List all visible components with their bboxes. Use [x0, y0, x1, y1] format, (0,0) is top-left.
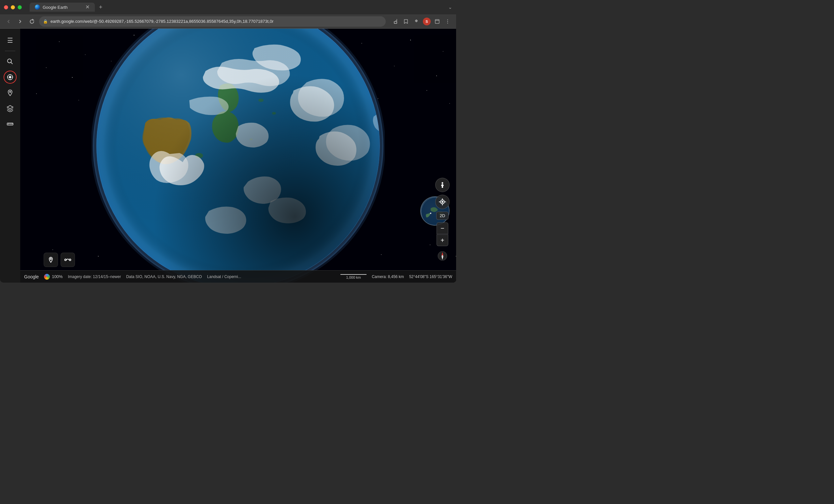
svg-point-32 — [436, 75, 437, 76]
location-pin-button[interactable] — [44, 253, 58, 267]
svg-point-70 — [442, 201, 443, 203]
share-button[interactable] — [391, 17, 400, 26]
imagery-attribution: Landsat / Coperni... — [207, 274, 241, 279]
title-bar: Google Earth ✕ + ⌄ — [0, 0, 456, 14]
svg-rect-2 — [435, 20, 439, 23]
traffic-lights — [4, 5, 22, 9]
scale-line — [341, 274, 367, 275]
search-icon-button[interactable] — [4, 55, 17, 68]
svg-point-42 — [449, 103, 449, 104]
svg-point-9 — [10, 77, 11, 78]
nav-bar: 🔒 earth.google.com/web/@-50.49269287,-16… — [0, 14, 456, 29]
loading-indicator: 100% — [44, 274, 63, 280]
extensions-button[interactable] — [412, 17, 421, 26]
svg-point-23 — [46, 67, 46, 68]
compass-button[interactable] — [435, 249, 449, 263]
window-chevron[interactable]: ⌄ — [448, 4, 452, 10]
tab-favicon — [35, 4, 40, 10]
svg-point-4 — [447, 21, 448, 22]
svg-point-68 — [442, 182, 443, 184]
camera-info: Camera: 8,456 km — [372, 274, 404, 279]
window-button[interactable] — [433, 17, 442, 26]
main-area: ☰ — [0, 29, 456, 282]
address-bar[interactable]: 🔒 earth.google.com/web/@-50.49269287,-16… — [39, 16, 386, 27]
svg-rect-1 — [394, 22, 397, 23]
bookmark-button[interactable] — [401, 17, 411, 26]
map-area[interactable]: 2D − + — [20, 29, 456, 282]
url-text: earth.google.com/web/@-50.49269287,-165.… — [50, 19, 382, 24]
svg-point-65 — [50, 258, 51, 259]
earth-view — [20, 29, 456, 282]
bottom-toolbar — [44, 253, 75, 267]
right-controls: 2D − + — [435, 178, 449, 263]
nav-actions: S — [391, 17, 452, 26]
sidebar: ☰ — [0, 29, 20, 282]
measure-icon-button[interactable] — [4, 117, 17, 131]
tab-close-button[interactable]: ✕ — [85, 4, 90, 10]
svg-point-24 — [72, 77, 73, 78]
loading-spinner — [44, 274, 50, 280]
loading-percent: 100% — [52, 274, 63, 279]
browser-window: Google Earth ✕ + ⌄ 🔒 earth.google.com/we… — [0, 0, 456, 282]
new-tab-button[interactable]: + — [96, 3, 105, 12]
zoom-plus-button[interactable]: + — [437, 234, 448, 246]
svg-point-3 — [447, 19, 448, 20]
minimize-button[interactable] — [11, 5, 15, 9]
earth-globe — [91, 29, 385, 282]
zoom-minus-button[interactable]: − — [437, 222, 448, 234]
locate-button[interactable] — [435, 195, 449, 209]
svg-marker-0 — [32, 19, 34, 20]
scale-label: 1,000 km — [346, 275, 361, 279]
view-2d-button[interactable]: 2D — [436, 212, 449, 220]
lock-icon: 🔒 — [43, 19, 48, 24]
voyager-icon-button[interactable] — [4, 71, 17, 84]
status-bar: Google 100% Imagery date: 12/14/15–newer… — [20, 270, 456, 282]
svg-point-14 — [85, 54, 85, 55]
svg-point-33 — [36, 93, 37, 94]
svg-point-34 — [79, 100, 79, 100]
tab-bar: Google Earth ✕ + ⌄ — [30, 3, 452, 12]
svg-point-43 — [52, 249, 53, 250]
google-label: Google — [24, 274, 39, 279]
route-button[interactable] — [61, 253, 75, 267]
close-button[interactable] — [4, 5, 8, 9]
layers-icon-button[interactable] — [4, 102, 17, 115]
coordinates: 52°44'08"S 165°31'36"W — [409, 274, 452, 279]
svg-point-41 — [426, 90, 427, 91]
scale-indicator: 1,000 km — [341, 274, 367, 279]
svg-point-13 — [59, 41, 60, 42]
svg-point-22 — [443, 51, 443, 51]
places-icon-button[interactable] — [4, 86, 17, 99]
active-tab[interactable]: Google Earth ✕ — [30, 3, 95, 12]
sidebar-menu-button[interactable]: ☰ — [4, 34, 17, 47]
forward-button[interactable] — [16, 17, 25, 26]
svg-point-31 — [394, 66, 395, 66]
svg-point-10 — [9, 91, 11, 92]
avatar: S — [423, 18, 431, 25]
profile-button[interactable]: S — [422, 17, 431, 26]
svg-point-74 — [442, 255, 443, 256]
tab-title-label: Google Earth — [43, 5, 83, 10]
scale-bar: 1,000 km — [341, 274, 367, 279]
svg-point-62 — [96, 29, 380, 282]
svg-point-21 — [410, 40, 411, 40]
svg-point-5 — [447, 22, 448, 23]
street-view-button[interactable] — [435, 178, 449, 192]
maximize-button[interactable] — [18, 5, 22, 9]
sidebar-divider-1 — [5, 51, 15, 51]
menu-button[interactable] — [443, 17, 452, 26]
imagery-date: Imagery date: 12/14/15–newer — [68, 274, 121, 279]
refresh-button[interactable] — [27, 17, 37, 26]
zoom-controls: − + — [437, 222, 448, 246]
data-attribution: Data SIO, NOAA, U.S. Navy, NGA, GEBCO — [126, 274, 202, 279]
back-button[interactable] — [4, 17, 13, 26]
